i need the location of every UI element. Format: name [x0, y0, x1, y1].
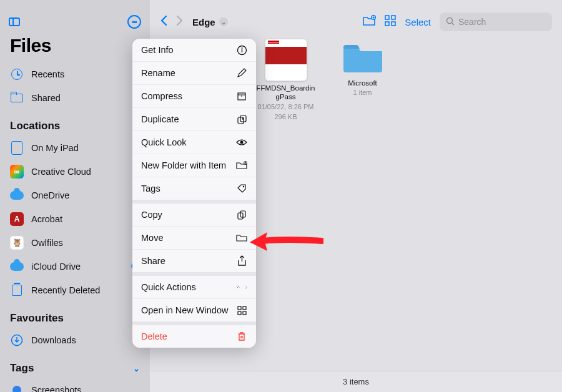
sidebar-item-owlfiles[interactable]: 🦉 Owlfiles [0, 231, 150, 255]
menu-item-quick-look[interactable]: Quick Look [132, 130, 256, 154]
grid-icon [236, 305, 247, 316]
tag-icon [236, 183, 247, 194]
svg-rect-23 [238, 306, 241, 310]
folder-icon [333, 39, 392, 76]
menu-item-open-new-window[interactable]: Open in New Window [132, 298, 256, 321]
tag-dot-icon [10, 383, 24, 392]
file-thumbnail-icon [265, 39, 307, 81]
share-icon [236, 255, 247, 267]
sidebar-item-label: Creative Cloud [31, 167, 91, 177]
menu-item-move[interactable]: Move [132, 226, 256, 249]
duplicate-icon [236, 114, 247, 125]
menu-item-rename[interactable]: Rename [132, 61, 256, 84]
sidebar-item-acrobat[interactable]: A Acrobat [0, 207, 150, 231]
ipad-icon [10, 141, 24, 155]
wand-icon: › [236, 282, 247, 293]
sidebar-item-on-my-ipad[interactable]: On My iPad [0, 136, 150, 160]
shared-folder-icon [10, 91, 24, 105]
sidebar-tag-screenshots[interactable]: Screenshots [0, 378, 150, 392]
svg-point-21 [239, 287, 240, 288]
svg-rect-26 [243, 311, 246, 315]
footer-summary: 3 items [150, 371, 562, 392]
svg-rect-11 [241, 49, 242, 52]
sidebar-title: Files [0, 32, 150, 62]
menu-item-tags[interactable]: Tags [132, 177, 256, 200]
svg-rect-24 [243, 306, 246, 310]
sidebar-item-label: OneDrive [31, 190, 69, 200]
svg-rect-7 [392, 22, 395, 26]
menu-item-share[interactable]: Share [132, 249, 256, 272]
sidebar-heading-favourites[interactable]: Favourites [0, 302, 150, 328]
sidebar-item-label: Recently Deleted [31, 285, 100, 295]
svg-point-15 [240, 141, 244, 144]
archive-icon [236, 91, 247, 102]
sidebar-item-downloads[interactable]: Downloads [0, 328, 150, 352]
sidebar-item-onedrive[interactable]: OneDrive [0, 184, 150, 207]
clock-icon [10, 67, 24, 81]
svg-point-8 [447, 17, 453, 23]
sidebar-item-label: Recents [31, 69, 64, 79]
sidebar-heading-tags[interactable]: Tags ⌄ [0, 352, 150, 378]
select-button[interactable]: Select [405, 17, 431, 27]
sidebar-toggle-icon[interactable] [9, 17, 20, 26]
toolbar: Edge ⌄ Select Search [150, 0, 562, 32]
file-item-microsoft[interactable]: Microsoft 1 item [333, 39, 392, 97]
svg-point-20 [237, 286, 237, 287]
file-name: Microsoft [333, 79, 392, 87]
menu-item-quick-actions[interactable]: Quick Actions › [132, 276, 256, 298]
sidebar-item-shared[interactable]: Shared [0, 86, 150, 110]
nav-back-button[interactable] [160, 15, 167, 29]
sidebar-item-label: iCloud Drive [31, 262, 81, 272]
new-folder-button[interactable] [362, 15, 376, 29]
sidebar-item-creative-cloud[interactable]: ∞ Creative Cloud [0, 160, 150, 184]
nav-forward-button [176, 15, 184, 29]
context-menu: Get Info Rename Compress Duplicate Quick… [132, 39, 256, 348]
svg-rect-6 [385, 22, 389, 26]
icloud-icon [10, 260, 24, 273]
sidebar-item-recently-deleted[interactable]: Recently Deleted [0, 278, 150, 302]
search-placeholder: Search [458, 17, 486, 27]
search-icon [446, 17, 455, 27]
menu-item-new-folder-with-item[interactable]: New Folder with Item [132, 154, 256, 177]
chevron-down-icon: ⌄ [133, 364, 140, 373]
sidebar-item-recents[interactable]: Recents [0, 62, 150, 86]
menu-item-get-info[interactable]: Get Info [132, 39, 256, 61]
onedrive-icon [10, 189, 24, 202]
info-icon [236, 44, 247, 56]
menu-item-duplicate[interactable]: Duplicate [132, 107, 256, 130]
eye-icon [236, 137, 247, 148]
sidebar-item-icloud[interactable]: iCloud Drive [0, 255, 150, 278]
menu-item-copy[interactable]: Copy [132, 203, 256, 226]
pencil-icon [236, 67, 247, 79]
folder-icon [236, 232, 247, 243]
sidebar-item-label: Shared [31, 93, 61, 103]
acrobat-icon: A [10, 212, 24, 226]
file-item-boarding-pass[interactable]: FFMDSN_BoardingPass 01/05/22, 8:26 PM 29… [256, 39, 315, 121]
sidebar-heading-locations[interactable]: Locations [0, 110, 150, 136]
owlfiles-icon: 🦉 [10, 236, 24, 250]
sidebar-item-label: Acrobat [31, 214, 62, 224]
new-folder-icon [236, 160, 247, 171]
copy-icon [236, 209, 247, 220]
sidebar-item-label: Screenshots [31, 385, 82, 392]
download-icon [10, 333, 24, 347]
trash-icon [10, 283, 24, 297]
view-grid-button[interactable] [385, 15, 396, 29]
sidebar-item-label: Downloads [31, 335, 76, 345]
menu-item-delete[interactable]: Delete [132, 325, 256, 348]
chevron-down-icon: ⌄ [219, 17, 228, 26]
search-input[interactable]: Search [440, 12, 552, 31]
creative-cloud-icon: ∞ [10, 165, 24, 179]
menu-item-compress[interactable]: Compress [132, 84, 256, 107]
svg-point-22 [238, 285, 239, 286]
sidebar-more-icon[interactable]: ••• [127, 15, 141, 29]
file-meta: 1 item [333, 89, 392, 97]
breadcrumb[interactable]: Edge ⌄ [192, 17, 228, 27]
svg-point-17 [243, 186, 244, 187]
svg-point-10 [241, 47, 242, 49]
sidebar-item-label: Owlfiles [31, 238, 63, 248]
file-meta: 01/05/22, 8:26 PM [256, 103, 315, 112]
chevron-right-icon: › [245, 283, 247, 292]
svg-rect-4 [385, 16, 389, 19]
svg-rect-25 [238, 311, 241, 315]
